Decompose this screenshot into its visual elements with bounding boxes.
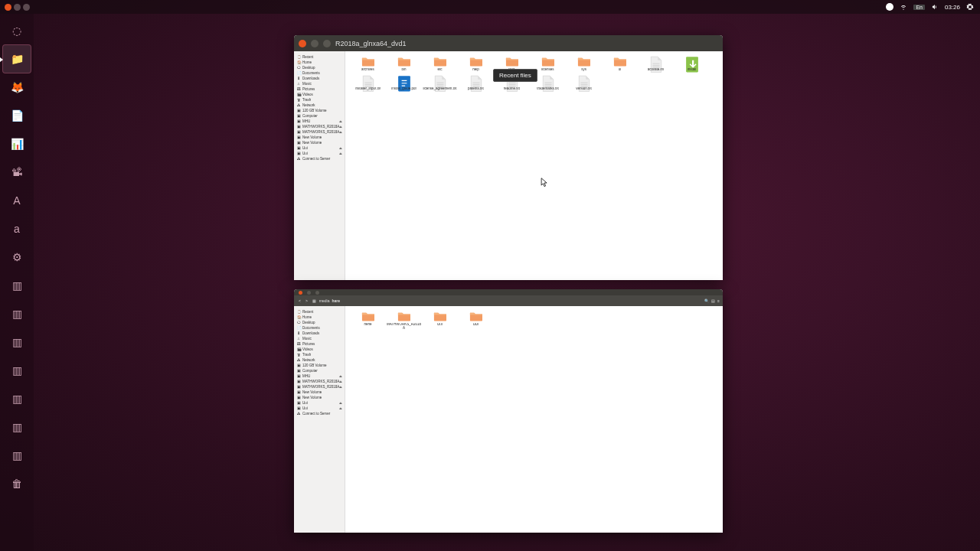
sidebar-item[interactable]: 🖼Pictures xyxy=(296,341,343,347)
maximize-icon[interactable] xyxy=(315,291,319,295)
launcher-firefox[interactable]: 🦊 xyxy=(3,73,31,101)
sidebar-item[interactable]: ▣MHU⏏ xyxy=(296,119,343,124)
language-indicator[interactable]: En xyxy=(913,5,925,10)
sidebar-item[interactable]: ⌚Recent xyxy=(296,309,343,315)
sidebar-item[interactable]: 🖼Pictures xyxy=(296,86,343,92)
breadcrumb-segment[interactable]: hare xyxy=(332,298,340,303)
sidebar-item[interactable]: 🎬Videos xyxy=(296,92,343,97)
close-icon[interactable] xyxy=(299,40,306,47)
view-icon[interactable]: ▤ xyxy=(711,298,715,303)
launcher-calc[interactable]: 📊 xyxy=(3,130,31,158)
file-item[interactable]: archives xyxy=(350,54,386,73)
file-item[interactable]: hehe xyxy=(350,309,386,332)
minimize-icon[interactable] xyxy=(14,4,21,11)
sidebar-item[interactable]: 📄Documents xyxy=(296,325,343,331)
launcher-writer[interactable]: 📄 xyxy=(3,102,31,129)
sidebar-item[interactable]: ▣MHU⏏ xyxy=(296,373,343,379)
sidebar-item[interactable]: ▣Uui⏏ xyxy=(296,145,343,151)
menu-icon[interactable]: ≡ xyxy=(717,298,720,303)
sidebar-item[interactable]: ▣MATHWORKS_R2018A⏏ xyxy=(296,379,343,384)
sidebar-item[interactable]: ♫Music xyxy=(296,81,343,86)
close-icon[interactable] xyxy=(299,291,302,295)
sidebar-item[interactable]: ▣New Volume xyxy=(296,135,343,140)
sidebar-item[interactable]: 📄Documents xyxy=(296,70,343,76)
file-item[interactable]: version.txt xyxy=(566,73,602,93)
sidebar-item[interactable]: ▣New Volume xyxy=(296,140,343,145)
sidebar-item[interactable]: ▣MATHWORKS_R2018A⏏ xyxy=(296,384,343,390)
launcher-drive5[interactable]: ▥ xyxy=(3,385,31,412)
sidebar-item[interactable]: ⬇Downloads xyxy=(296,331,343,336)
minimize-icon[interactable] xyxy=(307,291,311,295)
launcher-impress[interactable]: 📽 xyxy=(3,158,31,186)
file-item[interactable]: install xyxy=(674,54,710,73)
close-icon[interactable] xyxy=(5,4,11,11)
gear-icon[interactable] xyxy=(966,3,974,11)
volume-icon[interactable] xyxy=(931,3,939,11)
maximize-icon[interactable] xyxy=(323,40,331,47)
search-icon[interactable]: 🔍 xyxy=(704,298,709,303)
launcher-drive2[interactable]: ▥ xyxy=(3,300,31,328)
file-item[interactable]: Uui xyxy=(422,309,458,332)
file-item[interactable]: etc xyxy=(422,54,458,73)
forward-button[interactable]: > xyxy=(304,298,309,303)
sidebar-item[interactable]: ▣Uui⏏ xyxy=(296,151,343,156)
file-item[interactable]: sys xyxy=(566,54,602,73)
file-item[interactable]: UUI xyxy=(458,309,494,332)
launcher-files[interactable]: 📁 xyxy=(3,45,31,73)
file-item[interactable]: installer_input.txt xyxy=(350,73,386,93)
sidebar-item[interactable]: 🗑Trash xyxy=(296,352,343,357)
sidebar-item[interactable]: ▣120 GB Volume xyxy=(296,363,343,368)
launcher-drive1[interactable]: ▥ xyxy=(3,272,31,299)
clock[interactable]: 03:26 xyxy=(945,4,960,11)
launcher-settings[interactable]: ⚙ xyxy=(3,243,31,271)
sidebar-item[interactable]: 🖵Desktop xyxy=(296,320,343,325)
sidebar-item[interactable]: 🏠Home xyxy=(296,315,343,320)
sidebar-item[interactable]: 🖧Network xyxy=(296,103,343,108)
sidebar-item[interactable]: 🖧Connect to Server xyxy=(296,411,343,416)
indicator-icon[interactable] xyxy=(886,3,893,11)
launcher-dash[interactable]: ◌ xyxy=(3,17,31,44)
launcher-drive4[interactable]: ▥ xyxy=(3,357,31,384)
launcher-drive6[interactable]: ▥ xyxy=(3,413,31,441)
back-button[interactable]: < xyxy=(297,298,302,303)
titlebar[interactable]: R2018a_glnxa64_dvd1 xyxy=(294,35,723,51)
sidebar-item[interactable]: ▣MATHWORKS_R2018A⏏ xyxy=(296,124,343,129)
file-item[interactable]: license_agreement.txt xyxy=(422,73,458,93)
file-item[interactable]: MATHWORKS_R2018A xyxy=(386,309,422,332)
sidebar-item[interactable]: ▣Uui⏏ xyxy=(296,400,343,406)
wifi-icon[interactable] xyxy=(900,3,907,11)
file-grid[interactable]: archivesbinetchelpjavalicensessysuiactiv… xyxy=(345,51,723,280)
file-item[interactable]: patents.txt xyxy=(458,73,494,93)
sidebar-item[interactable]: 🖧Connect to Server xyxy=(296,156,343,161)
launcher-trash[interactable]: 🗑 xyxy=(3,470,31,497)
sidebar-item[interactable]: ▣120 GB Volume xyxy=(296,108,343,113)
file-item[interactable]: activate.ini xyxy=(638,54,674,73)
sidebar-item[interactable]: ▣MATHWORKS_R2018A⏏ xyxy=(296,129,343,135)
sidebar-item[interactable]: 🖧Network xyxy=(296,357,343,363)
titlebar[interactable] xyxy=(294,289,723,295)
file-item[interactable]: help xyxy=(458,54,494,73)
file-item[interactable]: ui xyxy=(602,54,638,73)
sidebar-item[interactable]: ♫Music xyxy=(296,336,343,341)
launcher-drive7[interactable]: ▥ xyxy=(3,442,31,469)
file-grid[interactable]: heheMATHWORKS_R2018AUuiUUI xyxy=(345,306,723,533)
sidebar-item[interactable]: ⌚Recent xyxy=(296,54,343,60)
minimize-icon[interactable] xyxy=(311,40,318,47)
sidebar-item[interactable]: ▣Computer xyxy=(296,368,343,373)
launcher-drive3[interactable]: ▥ xyxy=(3,328,31,356)
grid-view-icon[interactable]: ▦ xyxy=(312,298,316,303)
launcher-amazon[interactable]: a xyxy=(3,215,31,243)
launcher-software[interactable]: A xyxy=(3,187,31,214)
breadcrumb-segment[interactable]: media xyxy=(319,298,330,303)
sidebar-item[interactable]: ▣Computer xyxy=(296,113,343,119)
sidebar-item[interactable]: ▣New Volume xyxy=(296,390,343,395)
maximize-icon[interactable] xyxy=(23,4,30,11)
sidebar-item[interactable]: 🏠Home xyxy=(296,60,343,65)
sidebar-item[interactable]: 🖵Desktop xyxy=(296,65,343,70)
sidebar-item[interactable]: 🎬Videos xyxy=(296,347,343,352)
sidebar-item[interactable]: ▣New Volume xyxy=(296,395,343,400)
sidebar-item[interactable]: ▣Uui⏏ xyxy=(296,406,343,411)
file-item[interactable]: install_guide.pdf xyxy=(386,73,422,93)
sidebar-item[interactable]: 🗑Trash xyxy=(296,97,343,103)
file-item[interactable]: bin xyxy=(386,54,422,73)
